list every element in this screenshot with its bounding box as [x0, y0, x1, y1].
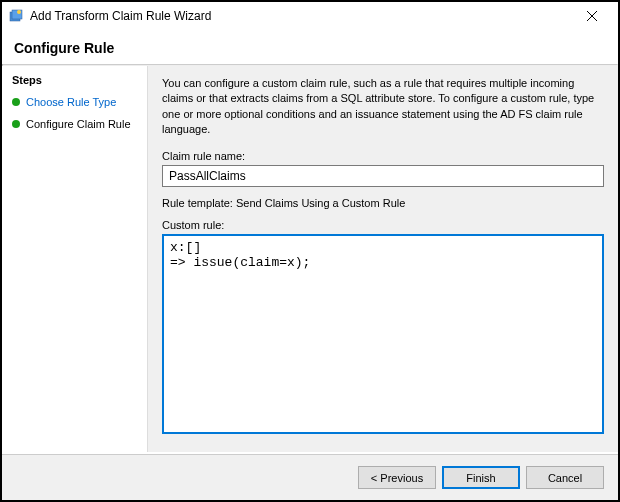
close-button[interactable] — [572, 2, 612, 30]
wizard-header: Configure Rule — [2, 30, 618, 64]
window-title: Add Transform Claim Rule Wizard — [30, 9, 572, 23]
main-panel: You can configure a custom claim rule, s… — [147, 66, 618, 452]
svg-point-2 — [17, 10, 21, 14]
step-configure-claim-rule[interactable]: Configure Claim Rule — [12, 116, 137, 132]
custom-rule-label: Custom rule: — [162, 219, 604, 231]
rule-template-label: Rule template: Send Claims Using a Custo… — [162, 197, 604, 209]
page-title: Configure Rule — [14, 40, 606, 56]
step-label: Choose Rule Type — [26, 96, 116, 108]
wizard-icon — [8, 8, 24, 24]
claim-rule-name-input[interactable] — [162, 165, 604, 187]
step-bullet-icon — [12, 120, 20, 128]
custom-rule-textarea[interactable] — [162, 234, 604, 434]
close-icon — [587, 11, 597, 21]
step-bullet-icon — [12, 98, 20, 106]
titlebar: Add Transform Claim Rule Wizard — [2, 2, 618, 30]
cancel-button[interactable]: Cancel — [526, 466, 604, 489]
content-area: Steps Choose Rule Type Configure Claim R… — [2, 66, 618, 452]
instructions-text: You can configure a custom claim rule, s… — [162, 76, 604, 138]
previous-button[interactable]: < Previous — [358, 466, 436, 489]
wizard-footer: < Previous Finish Cancel — [2, 454, 618, 500]
step-label: Configure Claim Rule — [26, 118, 131, 130]
finish-button[interactable]: Finish — [442, 466, 520, 489]
claim-rule-name-label: Claim rule name: — [162, 150, 604, 162]
steps-sidebar: Steps Choose Rule Type Configure Claim R… — [2, 66, 147, 452]
steps-label: Steps — [12, 74, 137, 86]
step-choose-rule-type[interactable]: Choose Rule Type — [12, 94, 137, 110]
